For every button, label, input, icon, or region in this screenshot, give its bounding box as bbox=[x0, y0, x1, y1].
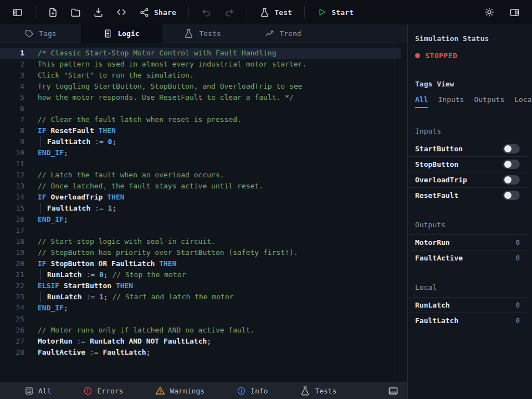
code-line[interactable]: 26// Motor runs only if latched AND no a… bbox=[0, 325, 407, 336]
code-view-button[interactable] bbox=[111, 3, 131, 21]
tag-icon bbox=[24, 29, 34, 38]
tags-filter-inputs[interactable]: Inputs bbox=[438, 95, 464, 108]
code-line[interactable]: 18// Start-stop logic with seal-in circu… bbox=[0, 236, 407, 247]
code-line[interactable]: 20IF StopButton OR FaultLatch THEN bbox=[0, 258, 407, 269]
code-line[interactable]: 16END_IF; bbox=[0, 214, 407, 225]
toggle-stopbutton[interactable] bbox=[503, 160, 520, 169]
new-file-button[interactable] bbox=[43, 4, 63, 21]
code-line[interactable]: 21RunLatch := 0; // Stop the motor bbox=[0, 269, 407, 280]
code-line[interactable]: 6 bbox=[0, 103, 407, 114]
code-line[interactable]: 28FaultActive := FaultLatch; bbox=[0, 347, 407, 358]
code-line[interactable]: 8IF ResetFault THEN bbox=[0, 125, 407, 136]
token-kw: IF bbox=[38, 193, 47, 201]
token-tx bbox=[95, 293, 99, 301]
code-content: FaultLatch := 1; bbox=[24, 203, 116, 214]
code-line[interactable]: 4Try toggling StartButton, StopButton, a… bbox=[0, 81, 407, 92]
code-line[interactable]: 22ELSIF StartButton THEN bbox=[0, 280, 407, 291]
code-line[interactable]: 17 bbox=[0, 225, 407, 236]
code-line[interactable]: 23RunLatch := 1; // Start and latch the … bbox=[0, 291, 407, 303]
code-content: /* Classic Start-Stop Motor Control with… bbox=[24, 48, 276, 59]
download-button[interactable] bbox=[89, 4, 108, 21]
tags-filter-local[interactable]: Local bbox=[514, 95, 532, 108]
statusbar-item-info[interactable]: Info bbox=[237, 386, 268, 396]
share-button[interactable]: Share bbox=[135, 4, 181, 21]
toggle-right-panel-button[interactable] bbox=[505, 4, 524, 21]
redo-button[interactable] bbox=[219, 4, 239, 21]
toggle-overloadtrip[interactable] bbox=[503, 175, 520, 185]
code-line[interactable]: 12// Latch the fault when an overload oc… bbox=[0, 170, 407, 181]
code-line[interactable]: 25 bbox=[0, 314, 407, 325]
code-icon bbox=[116, 7, 127, 18]
tag-name: RunLatch bbox=[415, 301, 450, 309]
tags-filter-all[interactable]: All bbox=[415, 95, 428, 108]
code-line[interactable]: 14IF OverloadTrip THEN bbox=[0, 192, 407, 203]
editor-scrollbar-rule bbox=[395, 43, 395, 382]
open-folder-button[interactable] bbox=[66, 4, 85, 21]
statusbar-item-warnings[interactable]: Warnings bbox=[155, 386, 204, 396]
token-op: := bbox=[86, 270, 95, 279]
statusbar-item-tests[interactable]: Tests bbox=[300, 386, 336, 396]
line-number: 4 bbox=[0, 81, 24, 92]
undo-icon bbox=[201, 7, 212, 18]
tab-logic[interactable]: Logic bbox=[81, 24, 162, 43]
code-content: END_IF; bbox=[24, 303, 68, 314]
token-kw: END_IF bbox=[38, 215, 64, 223]
indent-guide bbox=[40, 203, 47, 214]
simulation-status-heading: Simulation Status bbox=[408, 34, 532, 43]
code-line[interactable]: 9FaultLatch := 0; bbox=[0, 136, 407, 147]
token-num: 1 bbox=[99, 293, 104, 301]
tab-tags[interactable]: Tags bbox=[0, 24, 81, 43]
code-line[interactable]: 15FaultLatch := 1; bbox=[0, 203, 407, 214]
theme-toggle-button[interactable] bbox=[479, 3, 499, 21]
share-icon bbox=[139, 7, 150, 18]
code-line[interactable]: 13// Once latched, the fault stays activ… bbox=[0, 181, 407, 192]
test-button[interactable]: Test bbox=[255, 4, 296, 21]
code-line[interactable]: 3Click "Start" to run the simulation. bbox=[0, 70, 407, 81]
token-tx bbox=[94, 126, 99, 135]
code-line[interactable]: 7// Clear the fault latch when reset is … bbox=[0, 114, 407, 125]
code-content bbox=[24, 103, 38, 114]
statusbar-item-all[interactable]: All bbox=[24, 386, 51, 396]
toggle-resetfault[interactable] bbox=[503, 191, 520, 200]
token-cm: how the motor responds. Use ResetFault t… bbox=[38, 93, 294, 101]
code-line[interactable]: 10END_IF; bbox=[0, 147, 407, 158]
code-editor[interactable]: 1/* Classic Start-Stop Motor Control wit… bbox=[0, 43, 407, 382]
token-tx bbox=[155, 259, 159, 268]
top-toolbar: ShareTestStart bbox=[0, 0, 532, 24]
toolbar-divider bbox=[247, 6, 247, 18]
code-content: Click "Start" to run the simulation. bbox=[24, 70, 194, 81]
flask-icon bbox=[183, 28, 194, 39]
code-line[interactable]: 24END_IF; bbox=[0, 303, 407, 314]
code-content: IF ResetFault THEN bbox=[24, 125, 116, 136]
error-icon bbox=[83, 386, 93, 396]
start-button[interactable]: Start bbox=[313, 4, 358, 21]
code-line[interactable]: 11 bbox=[0, 158, 407, 170]
token-id: StopButton bbox=[50, 259, 94, 268]
code-line[interactable]: 2This pattern is used in almost every in… bbox=[0, 59, 407, 70]
tags-filter-outputs[interactable]: Outputs bbox=[474, 95, 504, 108]
toggle-startbutton[interactable] bbox=[503, 144, 520, 154]
toolbar-divider bbox=[188, 6, 189, 18]
toggle-bottom-panel-button[interactable] bbox=[388, 386, 398, 396]
section-title-inputs: Inputs bbox=[408, 127, 532, 135]
toggle-knob bbox=[504, 192, 511, 199]
code-line[interactable]: 27MotorRun := RunLatch AND NOT FaultLatc… bbox=[0, 336, 407, 347]
token-id: FaultLatch bbox=[163, 337, 207, 345]
panel-left-icon bbox=[12, 7, 23, 18]
tag-name: FaultActive bbox=[415, 254, 463, 262]
code-content: RunLatch := 1; // Start and latch the mo… bbox=[24, 291, 234, 303]
code-line[interactable]: 5how the motor responds. Use ResetFault … bbox=[0, 92, 407, 103]
tab-label: Logic bbox=[117, 29, 139, 38]
code-line[interactable]: 1/* Classic Start-Stop Motor Control wit… bbox=[0, 48, 407, 59]
code-content: IF OverloadTrip THEN bbox=[24, 192, 125, 203]
undo-button[interactable] bbox=[197, 4, 216, 21]
code-line[interactable]: 19// StopButton has priority over StartB… bbox=[0, 247, 407, 258]
token-pn: ; bbox=[64, 304, 68, 312]
tab-trend[interactable]: Trend bbox=[243, 24, 324, 43]
toggle-left-panel-button[interactable] bbox=[8, 4, 27, 21]
statusbar-label: Info bbox=[250, 387, 268, 395]
flask-icon bbox=[300, 386, 310, 396]
statusbar-item-errors[interactable]: Errors bbox=[83, 386, 123, 396]
tab-tests[interactable]: Tests bbox=[162, 24, 243, 43]
line-number: 27 bbox=[0, 336, 24, 347]
